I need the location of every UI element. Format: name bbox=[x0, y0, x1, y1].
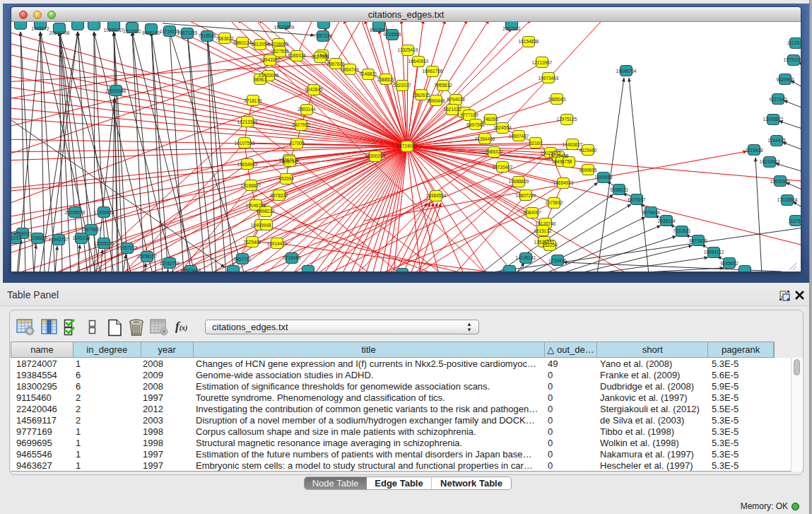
svg-text:9527508: 9527508 bbox=[311, 54, 329, 59]
svg-text:9115460: 9115460 bbox=[579, 148, 597, 153]
svg-text:15720407: 15720407 bbox=[493, 165, 513, 170]
svg-text:18495758: 18495758 bbox=[552, 159, 572, 164]
svg-text:2935114: 2935114 bbox=[658, 218, 676, 223]
svg-text:21364436: 21364436 bbox=[475, 136, 495, 141]
svg-text:10807487: 10807487 bbox=[509, 134, 529, 139]
svg-text:7857224: 7857224 bbox=[314, 33, 332, 38]
svg-text:1640953: 1640953 bbox=[594, 175, 613, 180]
svg-text:93159: 93159 bbox=[11, 235, 21, 240]
svg-text:12093872: 12093872 bbox=[763, 117, 784, 122]
svg-text:13325419: 13325419 bbox=[398, 47, 418, 52]
svg-text:9218566: 9218566 bbox=[383, 32, 401, 37]
svg-text:1588520: 1588520 bbox=[377, 77, 395, 82]
svg-text:746266: 746266 bbox=[483, 117, 498, 122]
svg-text:5322037: 5322037 bbox=[393, 83, 411, 88]
svg-text:9474444: 9474444 bbox=[642, 210, 660, 215]
svg-text:1145194: 1145194 bbox=[73, 235, 90, 240]
svg-text:2803144: 2803144 bbox=[298, 107, 316, 112]
svg-text:1615132: 1615132 bbox=[534, 228, 552, 233]
svg-text:6879197: 6879197 bbox=[628, 197, 646, 202]
svg-text:16120746: 16120746 bbox=[536, 221, 556, 226]
svg-text:8471626: 8471626 bbox=[689, 238, 707, 243]
svg-text:16154838: 16154838 bbox=[519, 39, 539, 44]
svg-text:9457791: 9457791 bbox=[233, 257, 252, 262]
svg-text:3624554: 3624554 bbox=[493, 125, 512, 130]
svg-text:15751074: 15751074 bbox=[784, 57, 801, 62]
svg-text:7625402: 7625402 bbox=[243, 240, 261, 245]
svg-text:19654923: 19654923 bbox=[553, 180, 574, 185]
svg-text:29053346: 29053346 bbox=[106, 88, 126, 93]
svg-text:9084067: 9084067 bbox=[523, 210, 541, 215]
svg-text:16033809: 16033809 bbox=[274, 25, 295, 30]
svg-text:62160: 62160 bbox=[529, 141, 542, 146]
svg-text:9242845: 9242845 bbox=[305, 87, 323, 92]
svg-text:16961758: 16961758 bbox=[423, 69, 443, 74]
svg-text:2087682: 2087682 bbox=[502, 26, 521, 31]
svg-text:252254: 252254 bbox=[542, 243, 558, 247]
svg-text:10543362: 10543362 bbox=[260, 57, 281, 62]
svg-text:12213967: 12213967 bbox=[532, 60, 553, 65]
svg-text:16640910: 16640910 bbox=[408, 59, 429, 64]
svg-text:12213369: 12213369 bbox=[237, 119, 258, 124]
svg-text:9227342: 9227342 bbox=[769, 97, 787, 102]
svg-text:1621022: 1621022 bbox=[443, 107, 461, 112]
svg-text:19654983: 19654983 bbox=[237, 162, 258, 167]
svg-text:116753: 116753 bbox=[788, 218, 801, 223]
svg-text:6497568: 6497568 bbox=[466, 122, 485, 127]
svg-text:9527505: 9527505 bbox=[271, 49, 289, 54]
svg-text:7632621: 7632621 bbox=[673, 228, 691, 233]
svg-text:17016504: 17016504 bbox=[777, 197, 798, 202]
svg-text:10671355: 10671355 bbox=[177, 30, 198, 35]
svg-text:8990448: 8990448 bbox=[427, 98, 445, 103]
svg-text:10046786: 10046786 bbox=[246, 203, 266, 208]
svg-text:453594: 453594 bbox=[278, 176, 294, 181]
svg-text:10688609: 10688609 bbox=[509, 179, 529, 184]
svg-text:14463627: 14463627 bbox=[563, 142, 583, 147]
svg-text:25300205: 25300205 bbox=[365, 153, 386, 158]
svg-text:1527602: 1527602 bbox=[123, 29, 141, 34]
svg-text:16914479: 16914479 bbox=[267, 241, 288, 246]
svg-text:7986322: 7986322 bbox=[485, 149, 503, 154]
svg-text:1733426: 1733426 bbox=[548, 258, 567, 263]
svg-text:7485063: 7485063 bbox=[548, 97, 566, 102]
svg-text:9146821: 9146821 bbox=[359, 71, 377, 76]
svg-text:417005: 417005 bbox=[289, 141, 305, 146]
svg-text:11923448: 11923448 bbox=[181, 268, 201, 271]
svg-text:12505135: 12505135 bbox=[94, 241, 114, 246]
svg-text:17957223: 17957223 bbox=[117, 245, 138, 250]
svg-text:10958127: 10958127 bbox=[137, 254, 158, 259]
svg-text:5716485: 5716485 bbox=[283, 255, 301, 260]
svg-text:10853267: 10853267 bbox=[104, 28, 124, 33]
svg-text:10025438: 10025438 bbox=[548, 153, 569, 158]
svg-text:10973493: 10973493 bbox=[539, 76, 559, 81]
svg-text:10654112: 10654112 bbox=[704, 250, 724, 255]
svg-text:2967608: 2967608 bbox=[326, 62, 345, 66]
svg-text:6466160: 6466160 bbox=[142, 30, 160, 35]
svg-text:9777169: 9777169 bbox=[460, 112, 478, 117]
svg-text:16782759: 16782759 bbox=[160, 261, 180, 266]
svg-text:2718176: 2718176 bbox=[244, 98, 262, 103]
svg-text:1405572: 1405572 bbox=[31, 26, 49, 31]
svg-text:8912954: 8912954 bbox=[251, 42, 269, 47]
svg-text:18724007: 18724007 bbox=[397, 144, 418, 148]
svg-text:10107553: 10107553 bbox=[235, 141, 255, 146]
svg-text:13226058: 13226058 bbox=[269, 42, 289, 47]
svg-text:1075692: 1075692 bbox=[545, 200, 563, 205]
svg-text:16210643: 16210643 bbox=[760, 159, 780, 164]
svg-text:18807249: 18807249 bbox=[516, 193, 536, 198]
svg-text:826715: 826715 bbox=[282, 159, 298, 164]
svg-text:8427552: 8427552 bbox=[292, 122, 310, 127]
svg-text:1112934: 1112934 bbox=[787, 40, 801, 45]
svg-text:14136141: 14136141 bbox=[516, 255, 536, 260]
svg-text:11156829: 11156829 bbox=[28, 235, 47, 240]
svg-text:9245652: 9245652 bbox=[720, 261, 739, 266]
svg-text:19384554: 19384554 bbox=[426, 193, 447, 198]
svg-text:20691406: 20691406 bbox=[49, 30, 70, 35]
svg-text:16409948: 16409948 bbox=[251, 223, 271, 228]
svg-text:3215938: 3215938 bbox=[745, 148, 763, 153]
svg-text:9860124: 9860124 bbox=[233, 40, 252, 45]
svg-text:8498222: 8498222 bbox=[257, 209, 275, 214]
svg-text:15692921: 15692921 bbox=[770, 179, 791, 184]
svg-text:1244415: 1244415 bbox=[767, 138, 786, 143]
svg-text:8578332: 8578332 bbox=[270, 193, 288, 198]
